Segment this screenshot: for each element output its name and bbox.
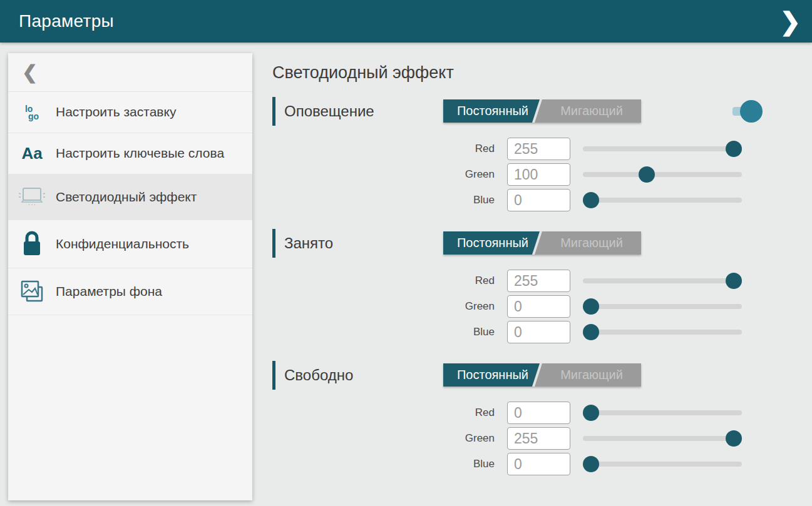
mode-segmented-control: ПостоянныйМигающий [443,363,641,387]
channel-value-input[interactable]: 0 [507,453,570,475]
sidebar-back-button[interactable]: ❮ [8,53,252,92]
keywords-aa-icon: Aa [21,144,42,163]
sidebar-item-lock[interactable]: Конфиденциальность [8,220,252,268]
channel-value-input[interactable]: 100 [507,163,570,186]
channel-slider[interactable] [583,430,742,447]
slider-track [583,304,742,309]
channel-slider[interactable] [583,192,742,208]
toggle-knob [740,100,763,123]
main-content: Светодиодный эффект ОповещениеПостоянный… [272,43,812,506]
channel-value-input[interactable]: 255 [507,270,570,292]
slider-thumb[interactable] [583,405,599,421]
section-title-label: Свободно [284,367,353,384]
sidebar-item-images[interactable]: Параметры фона [8,268,252,315]
app-header: Параметры ❯ [0,0,812,43]
channel-slider[interactable] [583,324,742,340]
mode-segmented-control: ПостоянныйМигающий [443,99,641,123]
slider-thumb[interactable] [583,456,599,472]
slider-track [583,198,742,203]
rgb-row: Red255 [438,270,812,292]
rgb-row: Blue0 [438,453,812,475]
channel-slider[interactable] [583,456,742,472]
mode-option-constant[interactable]: Постоянный [443,99,542,123]
sidebar-item-icon: logo [8,105,56,120]
channel-label: Blue [438,326,495,338]
sidebar-item-icon: Aa [8,144,56,163]
slider-track [583,172,742,177]
channel-value-input[interactable]: 0 [507,402,570,424]
channel-value-input[interactable]: 255 [507,427,570,450]
section-title: Занято [272,229,443,258]
lock-icon [19,230,44,258]
section-accent-bar [272,361,275,390]
sidebar-item-aa[interactable]: AaНастроить ключевые слова [8,133,252,175]
background-images-icon [18,278,46,305]
channel-value-input[interactable]: 0 [507,295,570,318]
rgb-controls: Red255Green100Blue0 [438,138,812,211]
rgb-row: Red0 [438,402,812,424]
page-title: Параметры [19,11,114,31]
slider-track [583,278,742,283]
mode-segmented-control: ПостоянныйМигающий [443,231,641,255]
back-chevron-icon: ❮ [22,63,38,82]
forward-chevron-icon[interactable]: ❯ [779,9,801,34]
slider-thumb[interactable] [639,166,655,183]
rgb-row: Red255 [438,138,812,160]
content-title: Светодиодный эффект [272,63,812,83]
slider-track [583,462,742,467]
mode-option-blinking[interactable]: Мигающий [542,99,641,123]
sidebar-item-icon [8,278,56,305]
mode-option-constant[interactable]: Постоянный [443,231,542,255]
slider-track [583,410,742,415]
rgb-row: Green255 [438,427,812,450]
section-enable-toggle[interactable] [732,99,763,124]
led-section: ЗанятоПостоянныйМигающийRed255Green0Blue… [272,228,812,343]
slider-track [583,330,742,335]
channel-slider[interactable] [583,298,742,315]
mode-option-blinking[interactable]: Мигающий [542,363,641,387]
slider-thumb[interactable] [583,298,599,315]
slider-track [583,436,742,441]
sidebar-item-icon [8,185,56,210]
slider-thumb[interactable] [726,141,742,157]
section-accent-bar [272,97,275,126]
section-title: Свободно [272,361,443,390]
rgb-controls: Red0Green255Blue0 [438,402,812,475]
slider-thumb[interactable] [583,324,599,340]
rgb-row: Blue0 [438,189,812,211]
mode-option-blinking[interactable]: Мигающий [542,231,641,255]
sidebar: ❮ logoНастроить заставкуAaНастроить ключ… [8,53,252,500]
channel-value-input[interactable]: 0 [507,321,570,343]
app-window: Параметры ❯ ❮ logoНастроить заставкуAaНа… [0,0,812,506]
rgb-row: Green100 [438,163,812,186]
rgb-controls: Red255Green0Blue0 [438,270,812,343]
rgb-row: Green0 [438,295,812,318]
channel-slider[interactable] [583,273,742,289]
sidebar-item-logo[interactable]: logoНастроить заставку [8,92,252,133]
mode-option-constant[interactable]: Постоянный [443,363,542,387]
channel-label: Red [438,275,495,287]
monitor-icon [16,185,48,210]
channel-value-input[interactable]: 0 [507,189,570,211]
channel-label: Red [438,407,495,419]
slider-thumb[interactable] [726,273,742,289]
channel-slider[interactable] [583,141,742,157]
channel-value-input[interactable]: 255 [507,138,570,160]
sidebar-item-label: Настроить заставку [56,104,176,120]
channel-label: Green [438,168,495,181]
channel-slider[interactable] [583,405,742,421]
sidebar-item-monitor[interactable]: Светодиодный эффект [8,175,252,220]
channel-slider[interactable] [583,166,742,183]
rgb-row: Blue0 [438,321,812,343]
led-section: ОповещениеПостоянныйМигающийRed255Green1… [272,96,812,211]
channel-label: Red [438,143,495,155]
section-title: Оповещение [272,97,443,126]
section-title-label: Занято [284,235,333,252]
channel-label: Green [438,300,495,313]
channel-label: Blue [438,458,495,470]
section-header: СвободноПостоянныйМигающий [272,360,812,390]
sidebar-menu: logoНастроить заставкуAaНастроить ключев… [8,92,252,315]
slider-thumb[interactable] [726,430,742,447]
section-accent-bar [272,229,275,258]
slider-thumb[interactable] [583,192,599,208]
